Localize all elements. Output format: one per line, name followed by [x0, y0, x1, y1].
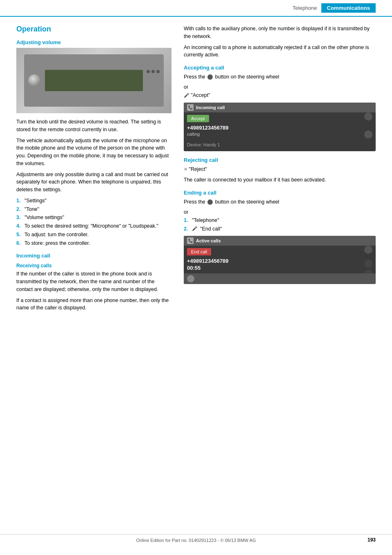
step-3: 3. "Volume settings" [16, 214, 172, 222]
step-5: 5. To adjust: turn the controller. [16, 231, 172, 239]
end-call-button-screen[interactable]: End call [187, 248, 211, 255]
screen-side-control-2 [364, 130, 372, 139]
subsection-adjusting-volume: Adjusting volume [16, 39, 172, 45]
header-telephone: Telephone [289, 3, 321, 13]
subsection-incoming-call: Incoming call [16, 253, 172, 259]
receiving-calls-para1: If the number of the caller is stored in… [16, 270, 172, 293]
screen-phone-icon: 📞 [187, 104, 194, 111]
ending-step-1-num: 1. [184, 217, 189, 224]
header-bar: Telephone Communications [0, 0, 392, 17]
adjusting-volume-para2: The vehicle automatically adjusts the vo… [16, 137, 172, 168]
ending-step-2-num: 2. [184, 225, 189, 233]
page-container: Telephone Communications Operation Adjus… [0, 0, 392, 555]
incoming-call-title-bar: 📞 Incoming call [184, 103, 376, 112]
ending-call-steps: 1. "Telephone" 2. 🎤 "End call" [184, 217, 376, 233]
reject-x-icon: ✕ [184, 167, 187, 172]
stereo-sim [24, 54, 164, 107]
receiving-calls-para2: If a contact is assigned more than one p… [16, 297, 172, 312]
active-call-screen: 📞 Active calls End call +4989123456789 0… [184, 236, 376, 284]
step-6-text: To store: press the controller. [24, 239, 90, 247]
ending-step1-suffix: button on the steering wheel [215, 199, 279, 205]
accepting-or: or [184, 84, 376, 90]
footer-text: Online Edition for Part no. 01402911223 … [136, 538, 256, 543]
ending-step1-text: Press the [184, 199, 207, 205]
step-4: 4. To select the desired setting: "Micro… [16, 222, 172, 230]
device-image [16, 48, 172, 113]
rejecting-voice-text: "Reject" [189, 166, 207, 172]
step-2-text: "Tone" [24, 206, 39, 213]
step-4-num: 4. [16, 222, 22, 230]
stereo-buttons [147, 70, 160, 73]
ending-step-1-text: "Telephone" [192, 217, 219, 224]
stereo-btn-2 [151, 70, 155, 73]
screen-side-control-1 [364, 112, 372, 121]
active-timer: 00:55 [187, 265, 372, 271]
stereo-btn-1 [147, 70, 150, 73]
incoming-call-body: Accept +4989123456789 calling Device: Ha… [184, 112, 376, 151]
active-call-title-text: Active calls [196, 238, 221, 243]
step-5-num: 5. [16, 231, 22, 239]
subsection-rejecting-call: Rejecting call [184, 157, 376, 163]
ending-step1: Press the button on the steering wheel [184, 198, 376, 206]
incoming-call-title-text: Incoming call [196, 105, 225, 110]
active-call-body: End call +4989123456789 00:55 [184, 246, 376, 284]
accept-button-screen[interactable]: Accept [187, 115, 209, 122]
accepting-step1-suffix: button on the steering wheel [215, 74, 279, 80]
phone-icon-end [207, 199, 213, 205]
step-1-num: 1. [16, 197, 22, 205]
active-side-control-2 [364, 260, 372, 268]
subsection-ending-call: Ending a call [184, 190, 376, 196]
step-3-text: "Volume settings" [24, 214, 64, 222]
stereo-screen [45, 70, 143, 91]
adjusting-volume-steps: 1. "Settings" 2. "Tone" 3. "Volume setti… [16, 197, 172, 247]
incoming-call-screen-wrapper: 📞 Incoming call Accept +4989123456789 ca… [184, 103, 376, 151]
phone-icon-accept [207, 74, 213, 80]
right-column: With calls to the auxiliary phone, only … [184, 25, 376, 315]
step-1-text: "Settings" [24, 197, 47, 205]
step-3-num: 3. [16, 214, 22, 222]
accepting-voice: 🎤 "Accept" [184, 92, 376, 99]
stereo-btn-3 [156, 70, 160, 73]
active-call-title-bar: 📞 Active calls [184, 236, 376, 246]
incoming-device: Device: Handy 1 [187, 142, 372, 147]
step-5-text: To adjust: turn the controller. [24, 231, 89, 239]
subsection-accepting-call: Accepting a call [184, 65, 376, 71]
step-6: 6. To store: press the controller. [16, 239, 172, 247]
left-column: Operation Adjusting volume [16, 25, 172, 315]
stereo-knob [28, 74, 40, 87]
aux-para2: An incoming call to a phone is automatic… [184, 44, 376, 59]
accepting-voice-text: "Accept" [191, 92, 210, 98]
adjusting-volume-para3: Adjustments are only possible during a c… [16, 171, 172, 194]
active-call-screen-wrapper: 📞 Active calls End call +4989123456789 0… [184, 236, 376, 284]
page-number: 193 [368, 537, 376, 543]
ending-step-2: 2. 🎤 "End call" [184, 225, 376, 233]
ending-step-1: 1. "Telephone" [184, 217, 376, 224]
step-6-num: 6. [16, 239, 22, 247]
voice-icon-accept: 🎤 [184, 93, 189, 98]
step-1: 1. "Settings" [16, 197, 172, 205]
adjusting-volume-para1: Turn the knob until the desired volume i… [16, 118, 172, 134]
rejecting-note: The caller is connected to your mailbox … [184, 176, 376, 184]
step-2: 2. "Tone" [16, 206, 172, 213]
accepting-step1-text: Press the [184, 74, 207, 80]
voice-icon-end: 🎤 [192, 225, 198, 233]
active-number: +4989123456789 [187, 258, 372, 264]
active-side-control-1 [364, 246, 372, 254]
rejecting-voice: ✕ "Reject" [184, 166, 376, 173]
device-image-inner [16, 48, 172, 113]
screen-bottom-btn [187, 275, 194, 282]
accepting-step1: Press the button on the steering wheel [184, 73, 376, 81]
header-communications: Communications [321, 3, 376, 13]
subsubsection-receiving-calls: Receiving calls [16, 263, 172, 269]
ending-or: or [184, 209, 376, 215]
page-footer: Online Edition for Part no. 01402911223 … [0, 534, 392, 543]
active-screen-phone-icon: 📞 [187, 237, 194, 244]
ending-step-2-text: "End call" [200, 225, 222, 233]
incoming-call-screen: 📞 Incoming call Accept +4989123456789 ca… [184, 103, 376, 151]
section-title-operation: Operation [16, 25, 172, 34]
step-4-text: To select the desired setting: "Micropho… [24, 222, 158, 230]
screen-bottom-bar [184, 273, 376, 284]
content-area: Operation Adjusting volume [0, 25, 392, 315]
step-2-num: 2. [16, 206, 22, 213]
incoming-number: +4989123456789 [187, 125, 372, 131]
